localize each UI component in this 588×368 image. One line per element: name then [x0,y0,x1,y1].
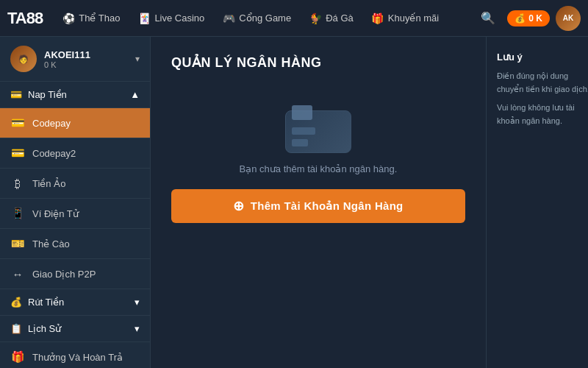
thuong-icon: 🎁 [10,350,25,364]
nav-item-the-thao-label: Thể Thao [79,13,120,24]
nav-item-live-casino-label: Live Casino [154,13,204,24]
user-avatar: 🧑 [10,46,37,72]
nav-item-khuyen-mai[interactable]: 🎁 Khuyến mãi [364,7,446,29]
user-name: AKOEI111 [44,49,135,60]
notes-panel: Lưu ý Điền đúng nội dung chuyển tiền khi… [486,37,588,368]
avatar-image: AK [556,6,581,31]
sidebar-item-codepay[interactable]: 💳 Codepay [0,108,150,138]
sidebar-section-rut-tien[interactable]: 💰 Rút Tiền ▾ [0,289,150,316]
nav-item-cong-game-label: Cổng Game [239,13,291,24]
nap-tien-label: Nap Tiền [28,89,67,100]
nap-tien-icon: 💳 [10,89,22,100]
logo-text: TA [7,9,26,27]
khuyen-mai-icon: 🎁 [371,12,384,25]
logo[interactable]: TA88 [7,9,43,28]
sidebar-item-codepay2[interactable]: 💳 Codepay2 [0,138,150,169]
sidebar-item-tien-ao[interactable]: ₿ Tiền Ảo [0,169,150,199]
giao-dich-p2p-label: Giao Dịch P2P [32,269,140,280]
top-nav: TA88 ⚽ Thể Thao 🃏 Live Casino 🎮 Cổng Gam… [0,0,588,37]
bank-empty-area: Bạn chưa thêm tài khoản ngân hàng. ⊕ Thê… [171,88,465,238]
cong-game-icon: 🎮 [222,12,235,25]
vi-dien-tu-icon: 📱 [10,206,25,221]
the-cao-label: Thẻ Cào [32,238,140,250]
live-casino-icon: 🃏 [137,12,151,25]
nav-item-da-ga[interactable]: 🐓 Đá Gà [301,7,361,29]
balance-badge[interactable]: 💰 0 K [507,10,550,26]
bank-card-illustration [285,110,351,153]
nav-item-live-casino[interactable]: 🃏 Live Casino [130,7,212,29]
the-cao-icon: 🎫 [10,236,25,251]
nav-right: 🔍 💰 0 K AK [475,6,581,31]
nav-item-khuyen-mai-label: Khuyến mãi [388,13,439,24]
avatar-label: AK [563,14,573,22]
codepay-label: Codepay [32,118,140,129]
main-layout: 🧑 AKOEI111 0 K ▾ 💳 Nap Tiền ▲ 💳 Codepay … [0,37,588,368]
notes-title: Lưu ý [497,52,588,63]
the-thao-icon: ⚽ [62,12,75,25]
nav-item-the-thao[interactable]: ⚽ Thể Thao [54,7,127,29]
nap-tien-chevron-icon: ▲ [130,89,140,100]
avatar[interactable]: AK [556,6,581,31]
rut-tien-chevron-icon: ▾ [135,297,140,308]
add-bank-button[interactable]: ⊕ Thêm Tài Khoản Ngân Hàng [171,189,465,223]
tien-ao-icon: ₿ [10,176,25,191]
search-button[interactable]: 🔍 [475,8,501,28]
content-area: QUẢN LÝ NGÂN HÀNG Bạn chưa thêm tài khoả… [151,37,486,368]
codepay2-label: Codepay2 [32,148,140,159]
giao-dich-p2p-icon: ↔ [10,266,25,281]
add-bank-plus-icon: ⊕ [233,198,244,214]
sidebar-item-giao-dich-p2p[interactable]: ↔ Giao Dịch P2P [0,259,150,289]
user-info[interactable]: 🧑 AKOEI111 0 K ▾ [0,37,150,82]
user-details: AKOEI111 0 K [44,49,135,69]
sidebar-item-the-cao[interactable]: 🎫 Thẻ Cào [0,229,150,259]
codepay2-icon: 💳 [10,146,25,160]
user-balance: 0 K [44,60,135,69]
sidebar: 🧑 AKOEI111 0 K ▾ 💳 Nap Tiền ▲ 💳 Codepay … [0,37,151,368]
logo-num: 88 [26,9,43,27]
sidebar-section-nap-tien[interactable]: 💳 Nap Tiền ▲ [0,82,150,108]
lich-su-chevron-icon: ▾ [135,323,140,334]
balance-amount: 0 K [528,13,542,24]
notes-line-1: Điền đúng nội dung chuyển tiền khi giao … [497,70,588,96]
empty-bank-message: Bạn chưa thêm tài khoản ngân hàng. [240,163,398,174]
sidebar-item-vi-dien-tu[interactable]: 📱 Ví Điện Tử [0,199,150,229]
add-bank-label: Thêm Tài Khoản Ngân Hàng [251,199,404,213]
nav-item-da-ga-label: Đá Gà [326,13,354,24]
rut-tien-label: Rút Tiền [28,297,64,308]
notes-line-2: Vui lòng không lưu tài khoản ngân hàng. [497,102,588,127]
card-stripe-2 [292,139,308,146]
codepay-icon: 💳 [10,116,25,130]
card-stripe-1 [292,127,315,135]
rut-tien-icon: 💰 [10,297,22,308]
nav-item-cong-game[interactable]: 🎮 Cổng Game [215,7,298,29]
sidebar-section-lich-su[interactable]: 📋 Lịch Sử ▾ [0,316,150,342]
thuong-label: Thưởng Và Hoàn Trả [32,352,140,363]
user-chevron-icon: ▾ [135,54,140,64]
da-ga-icon: 🐓 [309,12,322,25]
vi-dien-tu-label: Ví Điện Tử [32,208,140,219]
sidebar-item-thuong-va-hoan-tra[interactable]: 🎁 Thưởng Và Hoàn Trả [0,342,150,368]
lich-su-label: Lịch Sử [28,323,61,334]
tien-ao-label: Tiền Ảo [32,178,140,189]
nav-items: ⚽ Thể Thao 🃏 Live Casino 🎮 Cổng Game 🐓 Đ… [54,7,475,29]
page-title: QUẢN LÝ NGÂN HÀNG [171,54,465,71]
balance-icon: 💰 [514,13,526,24]
lich-su-icon: 📋 [10,323,22,334]
